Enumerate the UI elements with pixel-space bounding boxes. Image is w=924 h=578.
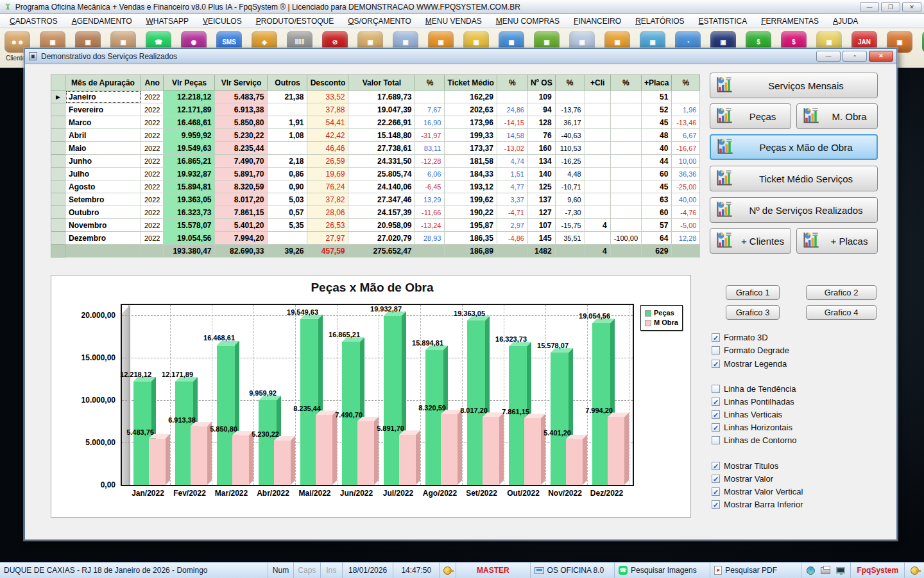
menu-item-produto-estoque[interactable]: PRODUTO/ESTOQUE — [249, 14, 341, 28]
checkbox-icon[interactable]: ✓ — [712, 475, 720, 483]
search-images-button[interactable]: ☎Pesquisar Imagens — [615, 563, 710, 578]
column-header[interactable]: Ticket Médio — [445, 75, 497, 91]
column-header[interactable]: % — [555, 75, 585, 91]
menu-item-estatistica[interactable]: ESTATISTICA — [692, 14, 755, 28]
monitor-icon[interactable] — [836, 567, 845, 574]
totals-row[interactable]: 193.380,4782.690,3339,26457,59275.652,47… — [51, 245, 700, 258]
menu-item-cadastros[interactable]: CADASTROS — [3, 14, 65, 28]
row-selector[interactable] — [51, 103, 65, 116]
menu-item-whatsapp[interactable]: WHATSAPP — [139, 14, 196, 28]
menu-item-agendamento[interactable]: AGENDAMENTO — [65, 14, 139, 28]
row-selector[interactable] — [51, 180, 65, 193]
column-header[interactable]: % — [672, 75, 700, 91]
dialog-close-button[interactable]: ✕ — [869, 51, 893, 62]
checkbox-icon[interactable]: ✓ — [712, 360, 720, 368]
main-minimize-button[interactable]: — — [860, 2, 879, 12]
checkbox-icon[interactable] — [712, 346, 720, 355]
option-formato-3d[interactable]: ✓Formato 3D — [712, 333, 768, 342]
chart-button-pe-as[interactable]: Peças — [710, 103, 791, 129]
chart-button-m-obra[interactable]: M. Obra — [796, 103, 878, 129]
column-header[interactable]: +Cli — [585, 75, 610, 91]
column-header[interactable]: Outros — [268, 75, 307, 91]
checkbox-icon[interactable]: ✓ — [712, 462, 720, 470]
column-header[interactable]: Valor Total — [348, 75, 415, 91]
table-row[interactable]: Agosto202215.894,818.320,590,9076,2424.1… — [51, 180, 700, 193]
table-row[interactable]: Julho202219.932,875.891,700,8619,6925.80… — [51, 168, 700, 180]
column-header[interactable]: Mês de Apuração — [65, 75, 141, 91]
row-selector[interactable] — [51, 219, 65, 232]
menu-item-menu-vendas[interactable]: MENU VENDAS — [418, 14, 489, 28]
chart-button--clientes[interactable]: + Clientes — [710, 228, 791, 254]
menu-item-financeiro[interactable]: FINANCEIRO — [567, 14, 628, 28]
chart-button-servi-os-mensais[interactable]: Serviços Mensais — [710, 73, 878, 98]
dialog-titlebar[interactable]: ▣ Demonstrativo dos Serviços Realizados … — [25, 49, 896, 64]
option-mostrar-valor[interactable]: ✓Mostrar Valor — [712, 474, 773, 484]
chart-button-ticket-m-dio-servi-os[interactable]: Ticket Médio Serviços — [710, 166, 878, 191]
option-formato-degrade[interactable]: Formato Degrade — [712, 346, 789, 355]
grafico-button-1[interactable]: Grafico 1 — [726, 285, 780, 300]
row-selector[interactable] — [51, 232, 65, 245]
menu-item-menu-compras[interactable]: MENU COMPRAS — [489, 14, 567, 28]
grafico-button-4[interactable]: Grafico 4 — [806, 305, 877, 320]
main-restore-button[interactable]: ❐ — [881, 2, 900, 12]
chart-button-n-de-servi-os-realizados[interactable]: Nº de Serviços Realizados — [710, 197, 878, 223]
table-row[interactable]: Setembro202219.363,058.017,205,0337,8227… — [51, 193, 700, 206]
table-row[interactable]: Marco202216.468,615.850,801,9154,4122.26… — [51, 116, 700, 129]
row-selector[interactable] — [51, 206, 65, 219]
dialog-maximize-button[interactable]: ▫ — [843, 51, 867, 62]
column-header[interactable]: % — [497, 75, 527, 91]
checkbox-icon[interactable] — [712, 385, 720, 393]
row-selector[interactable] — [51, 129, 65, 142]
row-selector[interactable] — [51, 245, 65, 258]
printer-icon[interactable] — [821, 567, 830, 574]
column-header[interactable]: % — [415, 75, 445, 91]
option-linhas-verticais[interactable]: ✓Linhas Verticais — [712, 410, 782, 419]
grafico-button-3[interactable]: Grafico 3 — [726, 305, 780, 320]
checkbox-icon[interactable]: ✓ — [712, 410, 720, 419]
dialog-minimize-button[interactable]: — — [816, 51, 841, 62]
menu-item-ferramentas[interactable]: FERRAMENTAS — [754, 14, 826, 28]
table-row[interactable]: Fevereiro202212.171,896.913,3837,8819.04… — [51, 103, 700, 116]
table-row[interactable]: ▶Janeiro202212.218,125.483,7521,3833,521… — [51, 91, 700, 103]
row-selector[interactable]: ▶ — [51, 91, 65, 103]
option-linha-de-tend-ncia[interactable]: Linha de Tendência — [712, 384, 796, 394]
globe-icon[interactable] — [807, 566, 815, 575]
table-row[interactable]: Dezembro202219.054,567.994,2027,9727.020… — [51, 232, 700, 245]
table-row[interactable]: Novembro202215.578,075.401,205,3526,5320… — [51, 219, 700, 232]
chart-button--placas[interactable]: + Placas — [796, 228, 878, 254]
row-selector[interactable] — [51, 155, 65, 168]
checkbox-icon[interactable]: ✓ — [712, 500, 720, 509]
column-header[interactable]: Vlr Peças — [164, 75, 215, 91]
column-header[interactable]: Desconto — [307, 75, 348, 91]
table-row[interactable]: Maio202219.549,638.235,4446,4627.738,618… — [51, 142, 700, 155]
option-mostrar-valor-vertical[interactable]: ✓Mostrar Valor Vertical — [712, 487, 803, 496]
table-row[interactable]: Junho202216.865,217.490,702,1826,5924.33… — [51, 155, 700, 168]
chart-button-pe-as-x-m-o-de-obra[interactable]: Peças x Mão de Obra — [710, 134, 878, 160]
checkbox-icon[interactable]: ✓ — [712, 398, 720, 406]
row-selector[interactable] — [51, 193, 65, 206]
row-selector[interactable] — [51, 116, 65, 129]
checkbox-icon[interactable]: ✓ — [712, 487, 720, 496]
option-linhas-de-contorno[interactable]: Linhas de Contorno — [712, 435, 796, 445]
row-selector[interactable] — [51, 142, 65, 155]
menu-item-veiculos[interactable]: VEICULOS — [196, 14, 249, 28]
column-header[interactable]: Nº OS — [527, 75, 555, 91]
column-header[interactable]: Vlr Serviço — [215, 75, 268, 91]
option-linhas-horizontais[interactable]: ✓Linhas Horizontais — [712, 423, 792, 432]
search-pdf-button[interactable]: PPesquisar PDF — [710, 563, 801, 578]
row-selector[interactable] — [51, 168, 65, 180]
column-header[interactable]: +Placa — [642, 75, 672, 91]
column-header[interactable]: Ano — [141, 75, 164, 91]
column-header[interactable]: % — [610, 75, 641, 91]
option-mostrar-barra-inferior[interactable]: ✓Mostrar Barra Inferior — [712, 500, 803, 509]
checkbox-icon[interactable]: ✓ — [712, 423, 720, 432]
option-linhas-pontilhadas[interactable]: ✓Linhas Pontilhadas — [712, 397, 794, 407]
main-close-button[interactable]: ✕ — [902, 2, 921, 12]
checkbox-icon[interactable] — [712, 436, 720, 444]
table-row[interactable]: Abril20229.959,925.230,221,0842,4215.148… — [51, 129, 700, 142]
checkbox-icon[interactable]: ✓ — [712, 333, 720, 342]
grafico-button-2[interactable]: Grafico 2 — [806, 285, 877, 300]
option-mostrar-titulos[interactable]: ✓Mostrar Titulos — [712, 461, 778, 471]
menu-item-relat-rios[interactable]: RELATÓRIOS — [628, 14, 691, 28]
toolbar-button-exit[interactable]: EXIT — [921, 31, 924, 67]
